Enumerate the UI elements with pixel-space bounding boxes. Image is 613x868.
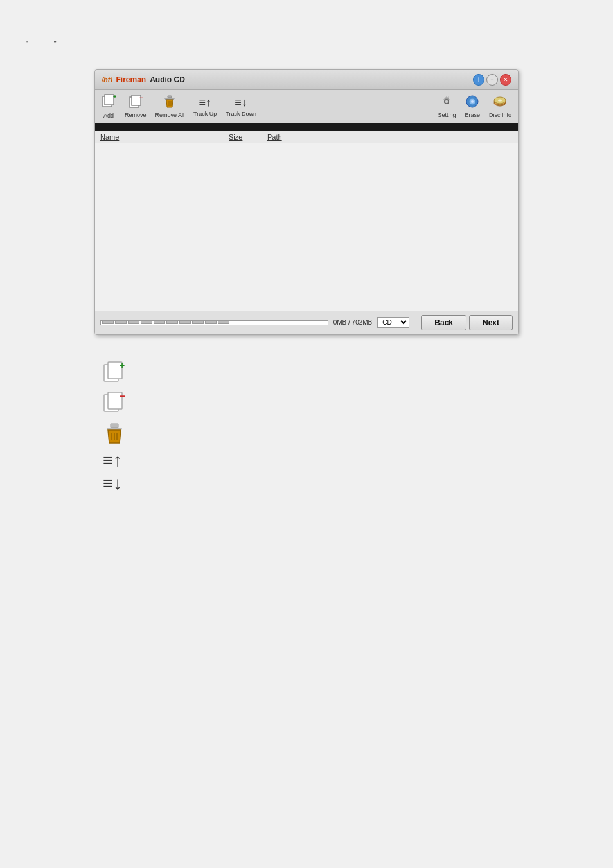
remove-big-row: −	[103, 391, 510, 416]
toolbar-remove[interactable]: − Remove	[125, 95, 147, 118]
trackup-icon: ≡↑	[199, 96, 211, 109]
add-big-row: +	[103, 361, 510, 386]
seg-4	[141, 321, 152, 324]
toolbar-erase[interactable]: Erase	[465, 95, 480, 118]
close-button[interactable]: ✕	[500, 74, 511, 86]
erase-icon	[465, 95, 479, 111]
removeall-icon	[163, 95, 177, 111]
seg-2	[115, 321, 127, 324]
disk-info: 0MB / 702MB	[333, 319, 373, 326]
minimize-button[interactable]: −	[486, 74, 498, 86]
svg-point-13	[445, 100, 449, 104]
title-prefix: /ht\	[102, 76, 112, 84]
add-icon: +	[102, 94, 116, 111]
erase-label: Erase	[465, 112, 480, 118]
title-logo: Fireman	[116, 75, 147, 84]
quote-close: "	[54, 40, 57, 48]
seg-5	[154, 321, 165, 324]
svg-text:−: −	[120, 391, 125, 401]
discinfo-icon	[493, 95, 507, 111]
back-button[interactable]: Back	[421, 315, 466, 330]
toolbar: + Add − Remove	[95, 90, 518, 123]
seg-1	[102, 321, 114, 324]
seg-9	[205, 321, 217, 324]
svg-rect-28	[111, 424, 118, 428]
table-body[interactable]	[95, 143, 518, 311]
bottom-bar: 0MB / 702MB CD DVD Back Next	[95, 311, 518, 334]
add-label: Add	[103, 113, 114, 119]
seg-3	[128, 321, 139, 324]
intro-text: " "	[26, 39, 587, 50]
progress-bar	[95, 123, 518, 131]
remove-label: Remove	[125, 112, 147, 118]
col-header-name: Name	[100, 133, 229, 141]
svg-text:−: −	[139, 95, 143, 102]
remove-icon: −	[129, 95, 143, 111]
toolbar-removeall[interactable]: Remove All	[155, 95, 185, 118]
title-bar: /ht\ Fireman Audio CD i − ✕	[95, 70, 518, 90]
title-suffix: Audio CD	[150, 75, 185, 84]
window-controls: i − ✕	[473, 74, 511, 86]
quote-open: "	[26, 40, 28, 48]
nav-buttons: Back Next	[421, 315, 513, 330]
removeall-big-icon	[103, 421, 126, 446]
content-area: Name Size Path	[95, 131, 518, 311]
col-header-size: Size	[229, 133, 267, 141]
svg-rect-1	[105, 95, 114, 105]
setting-label: Setting	[438, 112, 456, 118]
setting-icon	[440, 95, 454, 111]
trackdown-icon: ≡↓	[235, 96, 247, 109]
seg-6	[166, 321, 178, 324]
icons-section: + −	[103, 361, 510, 493]
app-window: /ht\ Fireman Audio CD i − ✕ +	[94, 69, 519, 335]
svg-text:+: +	[113, 94, 116, 100]
trackdown-big-row: ≡↓	[103, 475, 510, 493]
removeall-big-row	[103, 421, 510, 446]
progress-segments	[102, 321, 326, 324]
svg-point-16	[471, 100, 474, 103]
toolbar-discinfo[interactable]: Disc Info	[489, 95, 511, 118]
seg-10	[218, 321, 229, 324]
discinfo-label: Disc Info	[489, 112, 511, 118]
seg-7	[179, 321, 191, 324]
toolbar-trackdown[interactable]: ≡↓ Track Down	[226, 96, 256, 117]
svg-rect-8	[168, 96, 172, 98]
removeall-label: Remove All	[155, 112, 185, 118]
toolbar-trackup[interactable]: ≡↑ Track Up	[193, 96, 217, 117]
trackdown-big-icon: ≡↓	[103, 475, 122, 493]
svg-point-20	[498, 99, 502, 101]
svg-text:+: +	[120, 361, 125, 370]
progress-track	[100, 320, 328, 325]
info-button[interactable]: i	[473, 74, 484, 86]
add-big-icon: +	[103, 361, 126, 386]
trackup-big-row: ≡↑	[103, 451, 510, 469]
disk-type-select[interactable]: CD DVD	[377, 317, 409, 328]
trackup-big-icon: ≡↑	[103, 451, 122, 469]
remove-big-icon: −	[103, 391, 126, 416]
trackdown-label: Track Down	[226, 111, 256, 117]
seg-8	[192, 321, 204, 324]
toolbar-setting[interactable]: Setting	[438, 95, 456, 118]
page-content: " " /ht\ Fireman Audio CD i − ✕	[0, 0, 613, 531]
table-header: Name Size Path	[95, 131, 518, 143]
next-button[interactable]: Next	[469, 315, 513, 330]
title-bar-left: /ht\ Fireman Audio CD	[102, 75, 185, 84]
toolbar-add[interactable]: + Add	[102, 94, 116, 119]
col-header-path: Path	[267, 133, 513, 141]
trackup-label: Track Up	[193, 111, 217, 117]
